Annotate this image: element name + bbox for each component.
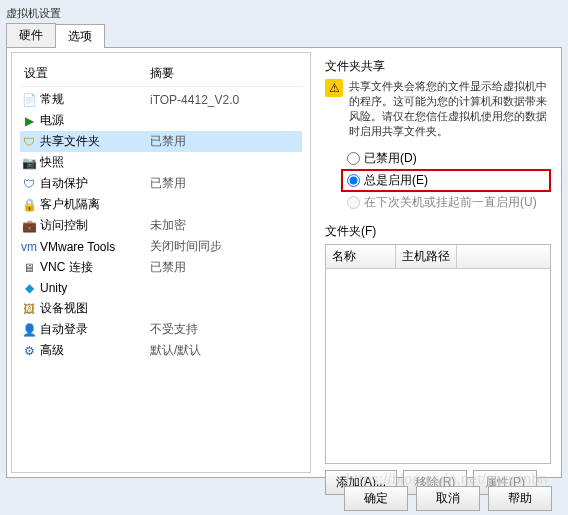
settings-list: 设置 摘要 📄常规iTOP-4412_V2.0▶电源🛡共享文件夹已禁用📷快照🛡自…	[11, 52, 311, 473]
row-icon: ⚙	[20, 343, 38, 359]
row-icon: 🛡	[20, 134, 38, 150]
settings-row-Unity[interactable]: ◆Unity	[20, 278, 302, 298]
row-label: 自动保护	[38, 175, 150, 192]
row-summary: 已禁用	[150, 259, 302, 276]
folders-label: 文件夹(F)	[325, 223, 551, 240]
folders-table[interactable]: 名称 主机路径	[325, 244, 551, 464]
settings-row-常规[interactable]: 📄常规iTOP-4412_V2.0	[20, 89, 302, 110]
row-summary: 已禁用	[150, 175, 302, 192]
row-summary: iTOP-4412_V2.0	[150, 93, 302, 107]
row-icon: 🛡	[20, 176, 38, 192]
row-icon: 👤	[20, 322, 38, 338]
settings-col-setting: 设置	[20, 65, 150, 82]
window-title: 虚拟机设置	[6, 6, 562, 21]
tab-strip: 硬件 选项	[6, 23, 562, 48]
radio-disabled[interactable]: 已禁用(D)	[347, 148, 551, 169]
settings-row-访问控制[interactable]: 💼访问控制未加密	[20, 215, 302, 236]
row-icon: ◆	[20, 280, 38, 296]
row-label: 客户机隔离	[38, 196, 150, 213]
sharing-info-text: 共享文件夹会将您的文件显示给虚拟机中的程序。这可能为您的计算机和数据带来风险。请…	[349, 79, 551, 138]
ok-button[interactable]: 确定	[344, 486, 408, 511]
row-summary: 关闭时间同步	[150, 238, 302, 255]
settings-col-summary: 摘要	[150, 65, 302, 82]
settings-row-快照[interactable]: 📷快照	[20, 152, 302, 173]
radio-always-enabled[interactable]: 总是启用(E)	[341, 169, 551, 192]
row-label: 共享文件夹	[38, 133, 150, 150]
settings-row-VNC 连接[interactable]: 🖥VNC 连接已禁用	[20, 257, 302, 278]
tab-hardware[interactable]: 硬件	[6, 23, 56, 47]
row-label: VMware Tools	[38, 240, 150, 254]
row-label: Unity	[38, 281, 150, 295]
watermark: https://blog.csdn.net/yiwysnbn	[346, 471, 548, 487]
row-label: 自动登录	[38, 321, 150, 338]
row-summary: 默认/默认	[150, 342, 302, 359]
cancel-button[interactable]: 取消	[416, 486, 480, 511]
settings-row-共享文件夹[interactable]: 🛡共享文件夹已禁用	[20, 131, 302, 152]
row-label: 常规	[38, 91, 150, 108]
warning-icon: ⚠	[325, 79, 343, 97]
row-icon: 💼	[20, 218, 38, 234]
settings-row-高级[interactable]: ⚙高级默认/默认	[20, 340, 302, 361]
settings-row-自动保护[interactable]: 🛡自动保护已禁用	[20, 173, 302, 194]
row-icon: vm	[20, 239, 38, 255]
row-label: 高级	[38, 342, 150, 359]
options-detail: 文件夹共享 ⚠ 共享文件夹会将您的文件显示给虚拟机中的程序。这可能为您的计算机和…	[315, 48, 561, 477]
settings-row-客户机隔离[interactable]: 🔒客户机隔离	[20, 194, 302, 215]
radio-until-next[interactable]: 在下次关机或挂起前一直启用(U)	[347, 192, 551, 213]
row-label: 快照	[38, 154, 150, 171]
settings-row-自动登录[interactable]: 👤自动登录不受支持	[20, 319, 302, 340]
settings-row-VMware Tools[interactable]: vmVMware Tools关闭时间同步	[20, 236, 302, 257]
row-icon: 📷	[20, 155, 38, 171]
row-icon: 🖼	[20, 301, 38, 317]
tab-options[interactable]: 选项	[55, 24, 105, 48]
row-icon: ▶	[20, 113, 38, 129]
row-icon: 🔒	[20, 197, 38, 213]
row-icon: 📄	[20, 92, 38, 108]
row-label: 设备视图	[38, 300, 150, 317]
row-label: VNC 连接	[38, 259, 150, 276]
folders-col-name[interactable]: 名称	[326, 245, 396, 268]
row-label: 电源	[38, 112, 150, 129]
row-summary: 不受支持	[150, 321, 302, 338]
folder-sharing-label: 文件夹共享	[325, 58, 551, 75]
row-summary: 已禁用	[150, 133, 302, 150]
folders-col-hostpath[interactable]: 主机路径	[396, 245, 457, 268]
row-summary: 未加密	[150, 217, 302, 234]
row-icon: 🖥	[20, 260, 38, 276]
settings-row-电源[interactable]: ▶电源	[20, 110, 302, 131]
row-label: 访问控制	[38, 217, 150, 234]
settings-row-设备视图[interactable]: 🖼设备视图	[20, 298, 302, 319]
help-button[interactable]: 帮助	[488, 486, 552, 511]
